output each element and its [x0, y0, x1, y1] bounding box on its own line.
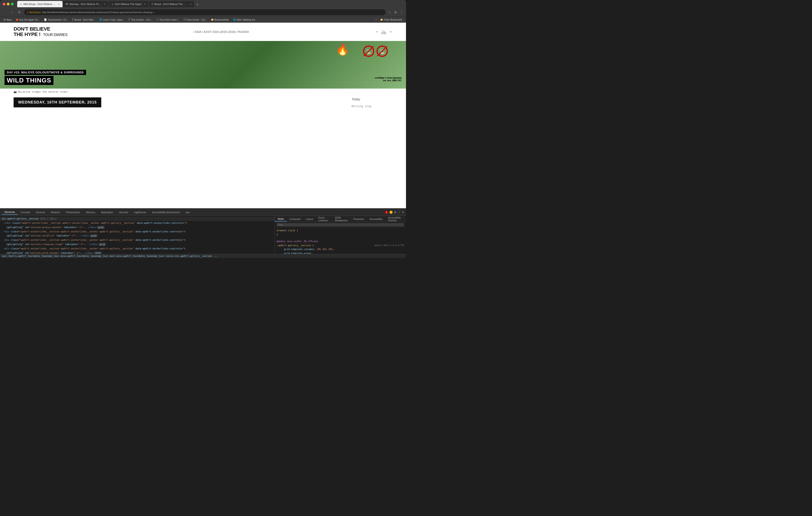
more-icon[interactable]: ⋮	[398, 211, 401, 214]
html-line[interactable]: <div class="wpdtrt-anchorlinks__section …	[0, 238, 274, 242]
bookmark-apple[interactable]: 🍎 Buy the Apple Ori...	[14, 18, 42, 22]
image-caption: 📷 Nicotine trumps the natural order.	[0, 89, 406, 95]
tab-elements[interactable]: Elements	[2, 210, 18, 215]
bookmark-tiny-houses[interactable]: C Tiny houses - Con...	[127, 18, 154, 22]
hero-subtitle: DAY #15: MALOYE GOLOUSTNOYE & SURROUNDS	[4, 70, 86, 75]
html-line[interactable]: ighlighting" id="section-wildfire" tabin…	[0, 234, 274, 238]
z-icon: Z	[72, 18, 74, 21]
hero-image: 🔥 🚬 🚬 сообщи о возгораниипо тел. 690-747…	[0, 41, 406, 89]
bookmark-bookmarklets[interactable]: 📁 Bookmarklets	[209, 18, 231, 22]
tab-sitemap[interactable]: 🗺 Sitemap - Don't Believe The H... ✕	[63, 1, 108, 7]
tabs-bar: ⚠ Wild things - Don't Believe The... ✕ 🗺…	[17, 1, 403, 7]
tab-z-icon: Z	[151, 3, 153, 5]
tab-axe[interactable]: axe	[183, 210, 192, 214]
sp-tab-event-listeners[interactable]: Event Listeners	[316, 216, 332, 223]
tab-sources[interactable]: Sources	[33, 210, 48, 214]
new-tab-button[interactable]: +	[195, 2, 200, 7]
tab-warn-icon2: ⚠	[112, 3, 114, 5]
c-icon: C	[128, 18, 130, 21]
sidebar-today-label: Today	[352, 97, 393, 101]
prev-arrow-icon[interactable]: ←	[375, 29, 379, 34]
html-line[interactable]: ighlighting" id="section-sleeping-rough"…	[0, 242, 274, 246]
bookmarks-bar: ⊞ Apps 🍎 Buy the Apple Ori... 📄 Toastmas…	[0, 16, 406, 23]
close-devtools-icon[interactable]: ✕	[402, 211, 404, 214]
sp-tab-layout[interactable]: Layout	[303, 217, 316, 221]
back-button[interactable]: ‹	[2, 9, 8, 15]
tab-memory[interactable]: Memory	[83, 210, 98, 214]
bookmarks-overflow[interactable]: »	[374, 18, 378, 21]
fullscreen-button[interactable]	[11, 3, 13, 5]
no-smoking-circle-2: 🚬	[377, 45, 388, 57]
warn-icon: ⚠	[156, 18, 158, 21]
bookmark-color-review[interactable]: C Color.review - Col...	[182, 18, 209, 22]
article-main: WEDNESDAY, 16TH SEPTEMBER, 2015 Today Mo…	[0, 95, 406, 208]
no-smoking-signs: 🚬 🚬	[363, 45, 388, 57]
next-arrow-icon[interactable]: →	[388, 29, 393, 34]
tab-application[interactable]: Application	[98, 210, 116, 214]
styles-pane: Styles Computed Layout Event Listeners D…	[274, 216, 406, 254]
sp-tab-accessibility[interactable]: Accessibility	[367, 217, 385, 221]
extensions-icon[interactable]: ⚙	[393, 10, 398, 14]
sp-tab-styles[interactable]: Styles	[275, 217, 287, 221]
settings-icon[interactable]: ⚙	[394, 211, 397, 214]
close-button[interactable]	[3, 3, 5, 5]
flame-decoration: 🔥	[336, 43, 349, 56]
html-line[interactable]: ighlighting" id="section-grassy-mounds" …	[0, 225, 274, 230]
bookmarks-icon[interactable]: ☆	[387, 10, 392, 14]
forward-button[interactable]: ›	[9, 9, 15, 15]
tab-close-icon[interactable]: ✕	[190, 3, 192, 5]
styles-content: element.style { } @media (min-width: 85.…	[275, 227, 406, 254]
tab-accessibility-assessment[interactable]: Accessibility Assessment	[149, 210, 182, 214]
elements-pane: div.wpdtrt-gallery__section 1512 × 160.3…	[0, 216, 274, 254]
address-bar-row: ‹ › ↻ ⚠ Not Secure http://dontbelievethe…	[0, 8, 406, 16]
not-secure-badge: ⚠ Not Secure	[27, 11, 41, 13]
tab-close-icon[interactable]: ✕	[144, 3, 146, 5]
tab-map-icon: 🗺	[66, 3, 68, 5]
sp-tab-computed[interactable]: Computed	[287, 217, 303, 221]
error-badge: 1	[385, 211, 388, 214]
breadcrumb-path: nail.hentry.wpdtrt_tourdates_taxonomy_to…	[2, 255, 217, 257]
hero-overlay: DAY #15: MALOYE GOLOUSTNOYE & SURROUNDS …	[0, 66, 406, 89]
no-smoking-circle-1: 🚬	[363, 45, 374, 57]
bookmark-other[interactable]: 📁 Other Bookmarks	[378, 18, 404, 22]
sp-tab-accessibility-checker[interactable]: Accessibility Checker	[385, 216, 406, 223]
html-line[interactable]: <div class="wpdtrt-anchorlinks__section …	[0, 246, 274, 251]
tab-label: Don't Believe The Hype!	[115, 3, 142, 5]
styles-filter-input[interactable]	[277, 223, 404, 226]
tab-security[interactable]: Security	[116, 210, 131, 214]
tab-board[interactable]: Z Board - Don't Believe The Hype ... ✕	[149, 1, 194, 7]
source-link[interactable]: wpdtrt-dbth.r=3.4.2:752	[374, 243, 404, 247]
tab-network[interactable]: Network	[48, 210, 63, 214]
html-line[interactable]: <div class="wpdtrt-anchorlinks__section …	[0, 230, 274, 234]
browser-window: ⚠ Wild things - Don't Believe The... ✕ 🗺…	[0, 0, 406, 258]
tab-performance[interactable]: Performance	[63, 210, 83, 214]
html-line[interactable]: ><div class="wpdtrt-anchorlinks__section…	[0, 221, 274, 225]
tab-label: Sitemap - Don't Believe The H...	[69, 3, 102, 5]
tab-label: Wild things - Don't Believe The...	[23, 3, 56, 5]
sp-tab-properties[interactable]: Properties	[350, 217, 367, 221]
bookmark-lowercase[interactable]: 🌐 Lower Case, Uppe...	[97, 18, 126, 22]
tab-close-icon[interactable]: ✕	[104, 3, 106, 5]
styles-filter	[275, 222, 406, 227]
bookmark-able[interactable]: 🌐 Able | Making me...	[231, 18, 259, 22]
doc-icon: 📄	[44, 18, 47, 21]
bookmark-apps[interactable]: ⊞ Apps	[2, 18, 13, 22]
tab-hype[interactable]: ⚠ Don't Believe The Hype! ✕	[109, 1, 148, 7]
sp-tab-dom-breakpoints[interactable]: DOM Breakpoints	[332, 216, 350, 223]
tab-close-icon[interactable]: ✕	[58, 3, 60, 5]
styles-pane-tabs: Styles Computed Layout Event Listeners D…	[275, 216, 406, 222]
bookmark-board[interactable]: Z Board - Don't Beli...	[70, 18, 97, 22]
breadcrumb: / ASIA / EAST ASIA (2015-2016) / RUSSIA	[194, 30, 249, 33]
reload-button[interactable]: ↻	[17, 9, 22, 15]
menu-icon[interactable]: ⋮	[399, 10, 404, 14]
minimize-button[interactable]	[7, 3, 9, 5]
tab-console[interactable]: Console	[18, 210, 33, 214]
bookmark-tiny-home-rules[interactable]: ⚠ Tiny home rules t...	[154, 18, 181, 22]
folder-icon2: 📁	[380, 18, 383, 21]
css-selector-element: element.style {	[277, 229, 404, 233]
tab-lighthouse[interactable]: Lighthouse	[131, 210, 149, 214]
address-input[interactable]: ⚠ Not Secure http://dontbelievethehype.d…	[24, 9, 386, 15]
bookmark-toastmasters[interactable]: 📄 Toastmasters: Ch...	[42, 18, 70, 22]
tab-wild-things[interactable]: ⚠ Wild things - Don't Believe The... ✕	[17, 1, 62, 7]
html-line[interactable]: ighlighting" id="section-wild-things" ta…	[0, 251, 274, 254]
